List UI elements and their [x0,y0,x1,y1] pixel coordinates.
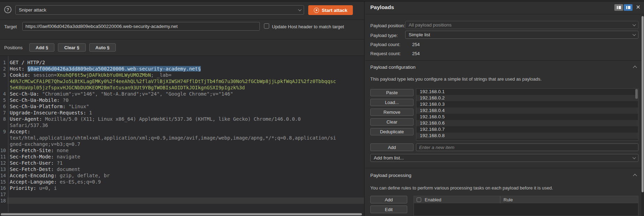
update-host-checkbox[interactable] [264,23,269,29]
payload-item[interactable]: 192.168.0.3 [416,101,638,107]
add-rule-button[interactable]: Add [370,196,407,203]
horizontal-scrollbar-thumb[interactable] [1,213,362,215]
line-text: Upgrade-Insecure-Requests: 1 [7,110,364,116]
chevron-down-icon [298,8,302,11]
payload-type-select[interactable]: Simple list [405,31,638,39]
line-text: gned-exchange;v=b3;q=0.7 [7,141,364,147]
editor-line[interactable]: 17 [0,191,364,198]
line-number: 2 [0,66,7,72]
paste-button[interactable]: Paste [370,89,414,96]
play-icon [314,8,319,13]
load-button[interactable]: Load... [370,99,414,106]
editor-line[interactable]: 9Accept: [0,128,364,135]
editor-line[interactable]: 16Priority: u=0, i [0,185,364,191]
editor-line[interactable]: 11Sec-Fetch-Mode: navigate [0,154,364,160]
editor-line[interactable]: 15Accept-Language: es-ES,es;q=0.9 [0,179,364,185]
line-text: Sec-Fetch-Mode: navigate [7,154,364,160]
payload-processing-title: Payload processing [370,173,411,178]
line-number: 1 [0,59,7,66]
collapse-section-icon[interactable] [633,66,637,69]
divider [0,39,364,39]
line-text: Sec-Ch-Ua: "Chromium";v="146", "Not-A.Br… [7,91,364,97]
editor-line[interactable]: 2Host: §0aef006d0426a3dd809ebca500220006… [0,66,364,72]
editor-line[interactable]: 14Accept-Encoding: gzip, deflate, br [0,172,364,179]
payloads-panel: Payloads ✕ Payload position: All payload… [365,2,644,216]
line-number: 12 [0,160,7,166]
line-number [0,122,7,128]
payloads-header: Payloads ✕ [365,2,644,14]
request-editor[interactable]: 1GET / HTTP/22Host: §0aef006d0426a3dd809… [0,56,364,212]
start-attack-label: Start attack [322,8,348,13]
horizontal-scrollbar[interactable] [0,213,364,216]
payload-item[interactable]: 192.168.0.7 [416,126,638,133]
line-text: 5eK0UaVpl05jzfspxvHJGCNbDUOKEOM2BmTotusa… [7,84,364,91]
add-positions-button[interactable]: Add § [29,43,54,52]
help-icon[interactable]: ? [4,6,12,13]
editor-line[interactable]: 5eK0UaVpl05jzfspxvHJGCNbDUOKEOM2BmTotusa… [0,84,364,91]
vertical-scrollbar-thumb[interactable] [642,16,644,192]
start-attack-button[interactable]: Start attack [308,5,353,15]
edit-rule-button[interactable]: Edit [370,206,407,213]
line-number: 18 [0,198,7,204]
intruder-positions-panel: ? Sniper attack Start attack Target http… [0,2,365,216]
editor-line[interactable]: 10Sec-Fetch-Site: none [0,147,364,154]
attack-type-select[interactable]: Sniper attack [15,5,304,15]
editor-line[interactable]: 12Sec-Fetch-User: ?1 [0,160,364,166]
payload-item[interactable]: 192.168.0.5 [416,114,638,120]
editor-line[interactable]: 5Sec-Ch-Ua-Mobile: ?0 [0,97,364,103]
payload-position-select[interactable]: All payload positions [405,21,638,29]
editor-line[interactable]: gned-exchange;v=b3;q=0.7 [0,141,364,147]
layout-left-icon[interactable] [614,4,623,11]
editor-line[interactable]: 8User-Agent: Mozilla/5.0 (X11; Linux x86… [0,116,364,122]
help-glyph: ? [7,7,9,12]
add-item-button[interactable]: Add [370,143,414,151]
target-input[interactable]: https://0aef006d0426a3dd809ebca500220006… [22,22,260,31]
clear-button[interactable]: Clear [370,118,414,126]
collapse-section-icon[interactable] [633,174,637,178]
payload-item[interactable]: 192.168.0.4 [416,107,638,114]
editor-line[interactable]: 6Sec-Ch-Ua-Platform: "Linux" [0,103,364,110]
divider [365,60,644,61]
editor-line[interactable]: Safari/537.36 [0,122,364,128]
payload-item[interactable]: 192.168.0.6 [416,120,638,126]
editor-line[interactable]: 46%7cMCwCFAiPE7QhwJo5LBtKLagEMKy0%2f4eeA… [0,78,364,84]
editor-line[interactable]: 1GET / HTTP/2 [0,59,364,66]
add-from-list-select[interactable]: Add from list... [370,154,638,162]
remove-button[interactable]: Remove [370,109,414,116]
line-text: Accept-Encoding: gzip, deflate, br [7,172,364,179]
deduplicate-button[interactable]: Deduplicate [370,128,414,135]
editor-line[interactable]: 13Sec-Fetch-Dest: document [0,166,364,172]
payload-processing-description: You can define rules to perform various … [370,185,553,191]
editor-line[interactable]: 18 [0,198,364,204]
editor-line[interactable]: 3Cookie: session=XnuhQF6t5wjDAFkUkbYu0HL… [0,72,364,78]
layout-right-icon[interactable] [624,4,632,11]
payload-list[interactable]: 192.168.0.1192.168.0.2192.168.0.3192.168… [416,88,638,141]
new-item-input[interactable] [419,145,635,150]
vertical-scrollbar[interactable] [641,15,644,216]
payload-item[interactable]: 192.168.0.8 [416,133,638,139]
payload-list-rows: 192.168.0.1192.168.0.2192.168.0.3192.168… [416,89,638,139]
enabled-all-checkbox[interactable] [417,198,421,202]
chevron-down-icon [632,32,636,36]
editor-line[interactable]: text/html,application/xhtml+xml,applicat… [0,135,364,141]
payload-configuration-title: Payload configuration [370,65,416,70]
line-text: Sec-Ch-Ua-Platform: "Linux" [7,103,364,110]
editor-line[interactable]: 7Upgrade-Insecure-Requests: 1 [0,110,364,116]
editor-line[interactable]: 4Sec-Ch-Ua: "Chromium";v="146", "Not-A.B… [0,91,364,97]
close-icon[interactable]: ✕ [636,4,641,10]
line-number: 6 [0,103,7,110]
payload-configuration-description: This payload type lets you configure a s… [370,76,541,82]
payload-type-value: Simple list [409,32,430,37]
line-number: 9 [0,128,7,135]
payload-item[interactable]: 192.168.0.2 [416,95,638,101]
payload-list-scrollbar-thumb[interactable] [635,89,638,99]
line-number: 13 [0,166,7,172]
add-from-list-value: Add from list... [374,155,404,161]
clear-positions-button[interactable]: Clear § [58,43,85,52]
request-editor-lines: 1GET / HTTP/22Host: §0aef006d0426a3dd809… [0,59,364,204]
auto-positions-button[interactable]: Auto § [89,43,116,52]
processing-rules-table: Enabled Rule [414,196,638,216]
payload-item[interactable]: 192.168.0.1 [416,89,638,95]
payload-type-label: Payload type: [370,33,398,38]
line-text [7,198,364,204]
